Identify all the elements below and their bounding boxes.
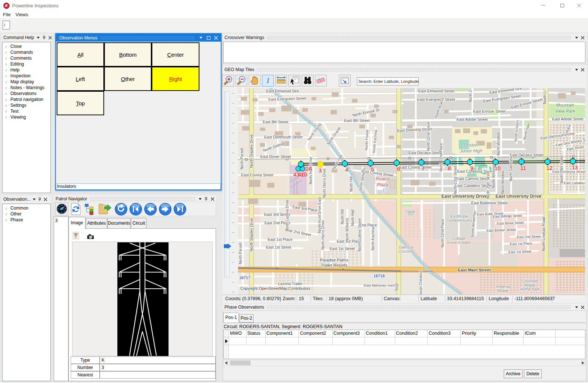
- svg-text:6: 6: [397, 166, 400, 172]
- svg-text:East 8th Street: East 8th Street: [263, 120, 288, 124]
- svg-text:North 29th Street: North 29th Street: [560, 155, 564, 183]
- svg-text:East Adobe Street: East Adobe Street: [552, 117, 584, 121]
- svg-text:East 1st Street: East 1st Street: [330, 246, 355, 251]
- svg-text:East Covina Street: East Covina Street: [399, 165, 432, 169]
- svg-text:East Dover Street: East Dover Street: [261, 154, 291, 159]
- svg-text:View Park: View Park: [555, 109, 575, 114]
- svg-text:2A: 2A: [305, 165, 312, 172]
- svg-text:2nd Place: 2nd Place: [360, 223, 377, 227]
- svg-text:Trailer Resorts: Trailer Resorts: [321, 263, 347, 267]
- svg-text:East Evergreen Street: East Evergreen Street: [417, 97, 455, 102]
- svg-text:North Hill: North Hill: [340, 209, 344, 224]
- svg-text:Mountain: Mountain: [556, 103, 574, 108]
- svg-text:4: 4: [345, 166, 348, 173]
- svg-text:North Windsor: North Windsor: [501, 170, 505, 194]
- svg-text:North Kachina: North Kachina: [371, 227, 375, 250]
- svg-text:8: 8: [448, 165, 451, 171]
- svg-text:East 1st Place: East 1st Place: [268, 237, 292, 242]
- svg-text:North 2: North 2: [468, 90, 472, 102]
- svg-text:East Adobe Street: East Adobe Street: [457, 117, 488, 122]
- svg-text:North 22nd Place: North 22nd Place: [440, 219, 444, 247]
- svg-text:Mobile: Mobile: [497, 288, 509, 293]
- svg-text:East Elmwood Street: East Elmwood Street: [418, 89, 454, 93]
- svg-text:North Hill: North Hill: [349, 176, 353, 192]
- svg-text:410: 410: [298, 171, 307, 178]
- svg-text:18718: 18718: [373, 274, 385, 278]
- svg-text:12: 12: [546, 165, 553, 171]
- svg-text:East Decatur Street: East Decatur Street: [408, 151, 442, 155]
- svg-text:3: 3: [319, 167, 322, 173]
- svg-text:5: 5: [371, 166, 374, 172]
- svg-text:East 2nd Street: East 2nd Street: [517, 234, 541, 239]
- svg-text:Home Park: Home Park: [520, 287, 540, 291]
- svg-text:I: I: [266, 77, 270, 85]
- svg-text:East University Drive: East University Drive: [441, 194, 487, 199]
- svg-text:North 23rd Street: North 23rd Street: [453, 166, 457, 194]
- svg-text:13: 13: [572, 164, 578, 171]
- svg-text:East Contessa Street: East Contessa Street: [552, 169, 585, 173]
- svg-text:East Elmwood Stre: East Elmwood Stre: [266, 89, 299, 93]
- svg-text:Sout: Sout: [394, 283, 399, 291]
- svg-text:East Caballero: East Caballero: [564, 181, 585, 185]
- svg-text:East Main Street: East Main Street: [458, 268, 491, 272]
- svg-text:18717: 18717: [239, 275, 251, 280]
- svg-text:North Hall: North Hall: [351, 210, 355, 226]
- svg-text:P: P: [382, 187, 386, 194]
- svg-text:Junior High: Junior High: [460, 148, 482, 154]
- svg-text:Talise: Talise: [405, 210, 415, 214]
- svg-text:North 22nd Street: North 22nd Street: [426, 122, 431, 151]
- svg-text:North Lindsay Road: North Lindsay Road: [541, 217, 546, 251]
- svg-text:East Dartmouth Street: East Dartmouth Street: [264, 135, 302, 139]
- svg-text:North Li: North Li: [542, 91, 547, 104]
- svg-text:Riviera: Riviera: [376, 176, 390, 182]
- svg-text:East 1st Street: East 1st Street: [266, 245, 291, 249]
- svg-text:North Guthrie Street: North Guthrie Street: [358, 218, 362, 252]
- svg-text:North Williams: North Williams: [345, 218, 349, 242]
- svg-text:East 1st Street: East 1st Street: [509, 249, 532, 254]
- svg-text:Condominiums: Condominiums: [446, 218, 472, 222]
- svg-text:Lazona Trailer: Lazona Trailer: [278, 281, 303, 286]
- svg-text:Copyright OpenStreetMap Contri: Copyright OpenStreetMap Contributors: [240, 286, 311, 291]
- svg-text:Paradise Palms: Paradise Palms: [320, 258, 348, 262]
- svg-text:North Stapley Drive: North Stapley Drive: [249, 218, 254, 251]
- svg-text:East Camino Street: East Camino Street: [456, 176, 490, 181]
- svg-text:9: 9: [470, 165, 473, 171]
- svg-text:East Decatur Street: East Decatur Street: [510, 153, 543, 157]
- svg-text:Grove Estates: Grove Estates: [447, 240, 471, 245]
- svg-text:North 25th Street: North 25th Street: [486, 171, 490, 199]
- svg-text:East Enrose Street: East Enrose Street: [473, 109, 506, 113]
- svg-text:Plaza: Plaza: [377, 182, 388, 187]
- svg-text:North Parsell: North Parsell: [240, 148, 244, 169]
- svg-text:10: 10: [495, 165, 501, 171]
- svg-text:North Glenview: North Glenview: [509, 156, 513, 181]
- svg-text:North Harris Drive: North Harris Drive: [322, 168, 326, 198]
- svg-text:East 1st Place: East 1st Place: [510, 241, 532, 246]
- svg-text:11: 11: [520, 165, 526, 171]
- svg-text:North Harris Drive: North Harris Drive: [321, 220, 325, 250]
- svg-text:Poston: Poston: [464, 143, 478, 148]
- svg-text:North Lazona Drive: North Lazona Drive: [285, 199, 289, 231]
- svg-text:East 8th Street: East 8th Street: [344, 118, 370, 123]
- svg-text:East Mahoney Avenue: East Mahoney Avenue: [364, 283, 399, 287]
- svg-text:Crossing: Crossing: [398, 249, 414, 253]
- svg-text:North Windsor: North Windsor: [496, 131, 500, 155]
- svg-text:North 22nd Place: North 22nd Place: [439, 143, 443, 172]
- svg-text:East Baltimore Street: East Baltimore Street: [471, 201, 507, 205]
- svg-text:East Covina Street: East Covina Street: [241, 173, 273, 177]
- svg-text:North Parsell: North Parsell: [238, 243, 242, 264]
- svg-text:7: 7: [422, 165, 425, 172]
- svg-text:East University Drive: East University Drive: [495, 194, 541, 199]
- svg-text:South Chestnut: South Chestnut: [419, 270, 423, 295]
- svg-text:North Stapley Drive: North Stapley Drive: [249, 134, 254, 168]
